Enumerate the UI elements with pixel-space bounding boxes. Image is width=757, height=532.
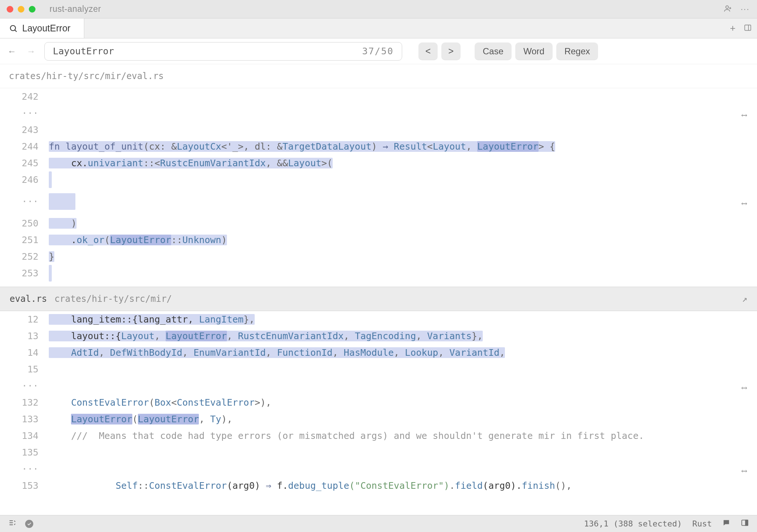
gutter-line: 242 <box>0 88 49 105</box>
minimize-window-button[interactable] <box>18 6 24 13</box>
gutter-line: 243 <box>0 122 49 138</box>
feedback-icon[interactable] <box>722 519 730 529</box>
expand-fold-icon[interactable] <box>736 463 753 480</box>
search-match: LayoutError <box>166 331 227 341</box>
tab-label: LayoutError <box>22 23 71 34</box>
regex-toggle[interactable]: Regex <box>556 42 598 60</box>
maximize-window-button[interactable] <box>29 6 35 13</box>
search-match-count: 37/50 <box>362 46 394 57</box>
editor-pane-2[interactable]: 12 lang_item::{lang_attr, LangItem}, 13 … <box>0 311 757 494</box>
search-input[interactable]: LayoutError 37/50 <box>44 42 402 61</box>
expand-fold-icon[interactable] <box>736 380 753 396</box>
close-window-button[interactable] <box>7 6 13 13</box>
gutter-line: 253 <box>0 265 49 287</box>
svg-rect-4 <box>746 520 748 526</box>
gutter-fold[interactable]: ··· <box>0 461 49 477</box>
gutter-fold[interactable]: ··· <box>0 105 49 122</box>
pane-filepath: crates/hir-ty/src/mir/ <box>54 294 172 304</box>
expand-fold-icon[interactable] <box>736 108 753 124</box>
gutter-line: 251 <box>0 232 49 248</box>
window-controls <box>7 6 35 13</box>
svg-point-0 <box>726 6 728 8</box>
search-query-text: LayoutError <box>53 46 362 57</box>
word-toggle[interactable]: Word <box>515 42 553 60</box>
split-panel-icon[interactable] <box>744 24 752 33</box>
gutter-line: 252 <box>0 248 49 265</box>
titlebar: rust-analyzer ··· <box>0 0 757 18</box>
project-panel-icon[interactable] <box>8 519 16 529</box>
gutter-line: 132 <box>0 394 49 411</box>
prev-match-button[interactable]: < <box>418 42 438 60</box>
tab-search-layouterror[interactable]: LayoutError <box>0 18 84 38</box>
search-toolbar: ← → LayoutError 37/50 < > Case Word Rege… <box>0 38 757 64</box>
gutter-line: 135 <box>0 444 49 461</box>
cursor-position[interactable]: 136,1 (388 selected) <box>584 519 682 528</box>
search-match: LayoutError <box>138 414 199 424</box>
new-tab-button[interactable]: + <box>730 23 736 34</box>
gutter-line: 245 <box>0 155 49 171</box>
pane-filename: eval.rs <box>10 294 47 304</box>
gutter-line: 134 <box>0 427 49 444</box>
breadcrumb[interactable]: crates/hir-ty/src/mir/eval.rs <box>0 64 757 88</box>
search-match: LayoutError <box>110 235 172 245</box>
gutter-line: 133 <box>0 411 49 427</box>
gutter-line: 246 <box>0 171 49 193</box>
gutter-line: 153 <box>0 477 49 494</box>
pane-header[interactable]: eval.rs crates/hir-ty/src/mir/ ↗ <box>0 287 757 311</box>
expand-fold-icon[interactable] <box>736 196 753 212</box>
back-button[interactable]: ← <box>7 46 16 57</box>
gutter-line: 13 <box>0 328 49 344</box>
panel-toggle-icon[interactable] <box>741 519 749 529</box>
gutter-line: 15 <box>0 361 49 378</box>
search-icon <box>9 24 18 33</box>
search-match: LayoutError <box>71 414 132 424</box>
gutter-line: 244 <box>0 138 49 155</box>
gutter-line: 14 <box>0 344 49 361</box>
status-bar: 136,1 (388 selected) Rust <box>0 515 757 532</box>
gutter-line: 250 <box>0 215 49 232</box>
expand-pane-icon[interactable]: ↗ <box>742 294 747 304</box>
svg-point-1 <box>10 25 16 31</box>
gutter-line: 12 <box>0 311 49 328</box>
gutter-fold[interactable]: ··· <box>0 378 49 394</box>
svg-rect-2 <box>745 25 751 30</box>
tab-strip: LayoutError + <box>0 18 757 38</box>
forward-button[interactable]: → <box>27 46 35 57</box>
search-match: LayoutError <box>477 141 539 152</box>
collaborate-icon[interactable] <box>724 4 732 14</box>
language-mode[interactable]: Rust <box>692 519 712 528</box>
window-title: rust-analyzer <box>50 4 101 14</box>
case-toggle[interactable]: Case <box>475 42 512 60</box>
gutter-fold[interactable]: ··· <box>0 193 49 215</box>
diagnostics-icon[interactable] <box>25 520 33 528</box>
more-icon[interactable]: ··· <box>741 4 750 14</box>
editor-pane-1[interactable]: 242 ··· 243 244fn layout_of_unit(cx: &La… <box>0 88 757 287</box>
next-match-button[interactable]: > <box>441 42 461 60</box>
